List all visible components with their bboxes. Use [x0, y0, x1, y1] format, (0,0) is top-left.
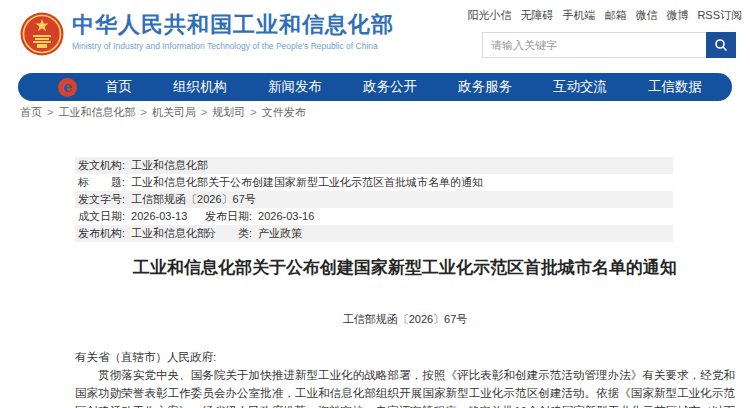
document-content: 工业和信息化部关于公布创建国家新型工业化示范区首批城市名单的通知 工信部规函〔2… [75, 256, 735, 408]
meta-value: 2026-03-13 [131, 208, 187, 225]
document-body: 有关省（直辖市）人民政府: 贯彻落实党中央、国务院关于加快推进新型工业化的战略部… [75, 348, 735, 408]
document-number: 工信部规函〔2026〕67号 [75, 312, 735, 327]
site-header: 中华人民共和国工业和信息化部 Ministry of Industry and … [0, 0, 750, 68]
nav-item-news[interactable]: 新闻发布 [268, 78, 322, 96]
meta-row-dates: 成文日期: 2026-03-13 发布日期: 2026-03-16 [75, 208, 673, 225]
search-button[interactable] [706, 32, 736, 58]
breadcrumb: 首页>工业和信息化部>机关司局>规划司>文件发布 [20, 105, 306, 120]
meta-row-doc-number: 发文字号: 工信部规函〔2026〕67号 [75, 191, 673, 208]
meta-label: 发文机构: [78, 157, 125, 174]
breadcrumb-miit[interactable]: 工业和信息化部 [58, 106, 135, 118]
link-accessibility[interactable]: 无障碍 [520, 8, 553, 23]
meta-label: 发文字号: [78, 191, 125, 208]
meta-label: 成文日期: [78, 208, 125, 225]
meta-value: 工业和信息化部 [131, 225, 208, 242]
miit-logo-icon: e [58, 78, 77, 97]
meta-value: 工业和信息化部 [131, 157, 208, 174]
site-subtitle: Ministry of Industry and Information Tec… [72, 41, 394, 51]
meta-label: 发布机构: [78, 225, 125, 242]
document-title: 工业和信息化部关于公布创建国家新型工业化示范区首批城市名单的通知 [75, 256, 735, 280]
meta-value: 2026-03-16 [258, 208, 314, 225]
nav-items: 首页 组织机构 新闻发布 政务公开 政务服务 互动交流 工信数据 [105, 78, 702, 96]
meta-label: 分 类: [205, 225, 252, 242]
top-links: 阳光小信 无障碍 手机端 邮箱 微信 微博 RSS订阅 [482, 8, 742, 23]
nav-item-organization[interactable]: 组织机构 [173, 78, 227, 96]
document-meta-table: 发文机构: 工业和信息化部 标 题: 工业和信息化部关于公布创建国家新型工业化示… [75, 157, 673, 242]
search-input[interactable] [482, 32, 706, 58]
breadcrumb-home[interactable]: 首页 [20, 106, 42, 118]
page: 中华人民共和国工业和信息化部 Ministry of Industry and … [0, 0, 750, 408]
meta-value: 工信部规函〔2026〕67号 [131, 191, 256, 208]
breadcrumb-separator: > [201, 106, 207, 118]
meta-cell-publish-date: 发布日期: 2026-03-16 [205, 208, 314, 225]
link-wechat[interactable]: 微信 [635, 8, 657, 23]
link-mail[interactable]: 邮箱 [604, 8, 626, 23]
nav-item-interaction[interactable]: 互动交流 [553, 78, 607, 96]
link-rss[interactable]: RSS订阅 [697, 8, 742, 23]
meta-label: 标 题: [78, 174, 125, 191]
nav-item-data[interactable]: 工信数据 [648, 78, 702, 96]
document-paragraph: 贯彻落实党中央、国务院关于加快推进新型工业化的战略部署，按照《评比表彰和创建示范… [75, 366, 735, 408]
breadcrumb-planning-dept[interactable]: 规划司 [212, 106, 245, 118]
breadcrumb-separator: > [250, 106, 256, 118]
breadcrumb-document-release[interactable]: 文件发布 [262, 106, 306, 118]
site-title: 中华人民共和国工业和信息化部 [72, 12, 394, 38]
nav-item-home[interactable]: 首页 [105, 78, 132, 96]
meta-value: 工业和信息化部关于公布创建国家新型工业化示范区首批城市名单的通知 [131, 174, 483, 191]
meta-row-publisher-category: 发布机构: 工业和信息化部 分 类: 产业政策 [75, 225, 673, 242]
header-utilities: 阳光小信 无障碍 手机端 邮箱 微信 微博 RSS订阅 [482, 8, 742, 58]
nav-item-gov-affairs[interactable]: 政务公开 [363, 78, 417, 96]
search-bar [482, 32, 736, 58]
document-salutation: 有关省（直辖市）人民政府: [75, 348, 735, 366]
meta-label: 发布日期: [205, 208, 252, 225]
site-brand: 中华人民共和国工业和信息化部 Ministry of Industry and … [72, 12, 394, 51]
link-weibo[interactable]: 微博 [666, 8, 688, 23]
link-sunshine-assistant[interactable]: 阳光小信 [467, 8, 511, 23]
meta-value: 产业政策 [258, 225, 302, 242]
meta-row-issuing-agency: 发文机构: 工业和信息化部 [75, 157, 673, 174]
breadcrumb-separator: > [47, 106, 53, 118]
national-emblem-icon [20, 11, 64, 57]
main-nav: e 首页 组织机构 新闻发布 政务公开 政务服务 互动交流 工信数据 [18, 73, 732, 101]
nav-item-gov-services[interactable]: 政务服务 [458, 78, 512, 96]
link-mobile[interactable]: 手机端 [562, 8, 595, 23]
meta-cell-category: 分 类: 产业政策 [205, 225, 302, 242]
search-icon [714, 38, 728, 52]
breadcrumb-departments[interactable]: 机关司局 [152, 106, 196, 118]
breadcrumb-separator: > [140, 106, 146, 118]
meta-row-title: 标 题: 工业和信息化部关于公布创建国家新型工业化示范区首批城市名单的通知 [75, 174, 673, 191]
